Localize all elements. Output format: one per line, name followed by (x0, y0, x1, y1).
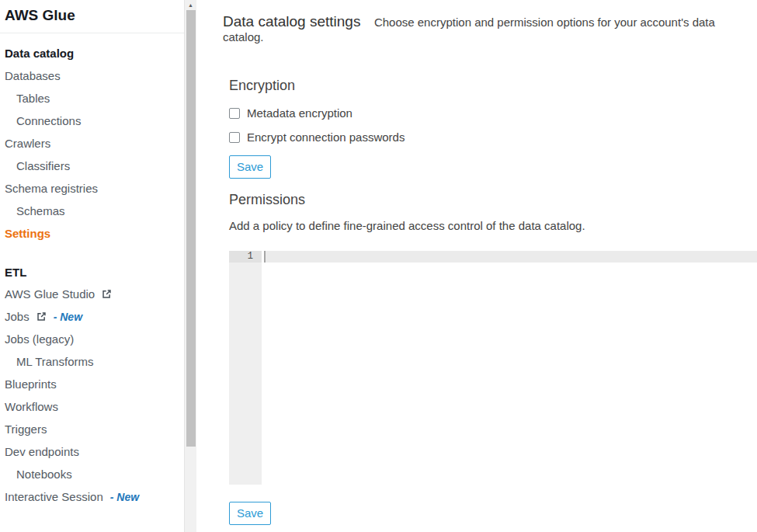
editor-gutter: 1 (229, 251, 262, 485)
sidebar-item-interactive-session[interactable]: Interactive Session - New (0, 485, 184, 508)
sidebar-item-tables[interactable]: Tables (0, 87, 184, 110)
sidebar-item-schema-registries[interactable]: Schema registries (0, 177, 184, 200)
sidebar-item-crawlers[interactable]: Crawlers (0, 132, 184, 155)
policy-editor[interactable]: 1 (229, 251, 757, 485)
page-title: Data catalog settings (223, 13, 360, 30)
sidebar-divider (0, 33, 184, 33)
sidebar-scrollbar-thumb[interactable] (186, 10, 196, 447)
external-link-icon (102, 289, 112, 299)
permissions-heading: Permissions (229, 192, 757, 207)
sidebar: AWS Glue Data catalog Databases Tables C… (0, 0, 184, 532)
new-badge: - New (54, 311, 82, 323)
editor-line-number: 1 (229, 251, 262, 263)
sidebar-section-data-catalog: Data catalog (5, 47, 184, 61)
sidebar-item-workflows[interactable]: Workflows (0, 395, 184, 418)
metadata-encryption-checkbox[interactable] (229, 108, 240, 119)
encrypt-passwords-row[interactable]: Encrypt connection passwords (229, 130, 757, 144)
sidebar-item-dev-endpoints[interactable]: Dev endpoints (0, 440, 184, 463)
external-link-icon (36, 311, 47, 322)
sidebar-item-jobs-legacy[interactable]: Jobs (legacy) (0, 328, 184, 350)
sidebar-item-schemas[interactable]: Schemas (0, 200, 184, 222)
sidebar-item-databases[interactable]: Databases (0, 64, 184, 87)
sidebar-item-notebooks[interactable]: Notebooks (0, 463, 184, 485)
scroll-up-icon[interactable]: ▲ (185, 0, 196, 10)
sidebar-item-triggers[interactable]: Triggers (0, 418, 184, 440)
encryption-save-button[interactable]: Save (229, 155, 271, 179)
sidebar-item-ml-transforms[interactable]: ML Transforms (0, 350, 184, 373)
encrypt-passwords-checkbox[interactable] (229, 132, 240, 143)
page-header: Data catalog settings Choose encryption … (196, 0, 757, 44)
sidebar-item-classifiers[interactable]: Classifiers (0, 155, 184, 177)
encryption-heading: Encryption (229, 78, 757, 93)
sidebar-item-aws-glue-studio[interactable]: AWS Glue Studio (0, 283, 184, 305)
sidebar-list-etl: AWS Glue Studio Jobs - New Jobs (legacy)… (0, 283, 184, 508)
encrypt-passwords-label: Encrypt connection passwords (247, 130, 405, 144)
editor-cursor (264, 251, 266, 263)
sidebar-item-connections[interactable]: Connections (0, 110, 184, 132)
settings-content: Encryption Metadata encryption Encrypt c… (196, 78, 757, 525)
editor-active-line (264, 251, 757, 263)
main-content: Data catalog settings Choose encryption … (196, 0, 757, 532)
metadata-encryption-row[interactable]: Metadata encryption (229, 106, 757, 120)
metadata-encryption-label: Metadata encryption (247, 106, 352, 120)
permissions-description: Add a policy to define fine-grained acce… (229, 219, 757, 232)
app-title[interactable]: AWS Glue (0, 0, 184, 33)
sidebar-list-data-catalog: Databases Tables Connections Crawlers Cl… (0, 64, 184, 245)
permissions-save-button[interactable]: Save (229, 502, 271, 525)
sidebar-item-settings[interactable]: Settings (0, 222, 184, 245)
sidebar-section-etl: ETL (5, 266, 184, 280)
sidebar-item-blueprints[interactable]: Blueprints (0, 373, 184, 395)
sidebar-item-jobs[interactable]: Jobs - New (0, 305, 184, 328)
new-badge: - New (110, 491, 139, 503)
sidebar-scrollbar[interactable]: ▲ (184, 0, 196, 532)
